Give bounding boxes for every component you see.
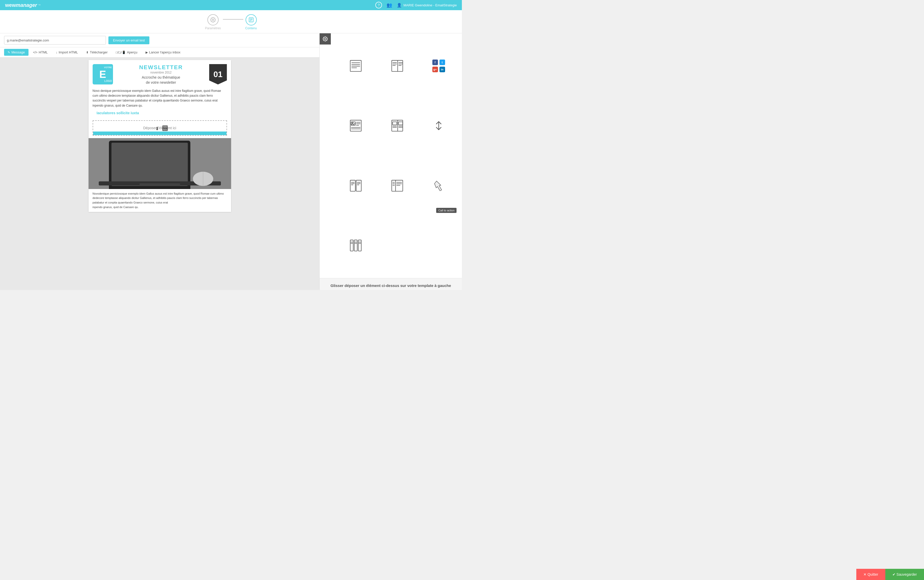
newsletter-link[interactable]: Iaculatores sollicite iuxta [89,110,231,118]
svg-rect-51 [392,180,403,191]
send-test-button[interactable]: Envoyer un email test [109,36,149,44]
download-icon: ⬇ [86,51,89,54]
expand-icon [434,120,443,131]
import-icon: ↓ [56,51,58,54]
users-icon[interactable]: 👥 [386,2,392,8]
preview-icon: □/◻/📱 [116,51,126,54]
social-row-1: f t [432,59,445,65]
test-email-input[interactable] [4,36,106,44]
two-col-text-icon [391,59,404,72]
two-col-border-icon [350,180,362,192]
drop-cursor-icon: ⬇ [155,126,159,132]
stepper-label-2: Contenu [245,26,257,30]
drop-zone[interactable]: Déposer l'élément ici ⬇ 500 521 [92,120,227,135]
element-two-col-layout[interactable] [376,96,418,156]
logo-text: wewmanager [5,2,37,8]
newsletter-date: novembre 2012 [116,71,207,74]
newsletter-footer-text: Novodenique perniciosoque exemplo idem G… [89,189,231,212]
element-text-block[interactable] [335,36,376,96]
navbar: wewmanager ™ ? 👥 👤 MARIE Gwendoline - Em… [0,0,462,10]
twitter-icon: t [439,59,445,65]
stepper: Paramètres Contenu [0,10,462,33]
logo-label-text: LOGO [104,80,112,82]
inbox-tab-label: Lancer l'aperçu inbox [149,50,180,54]
stepper-circle-2 [246,14,257,25]
main-content: Envoyer un email test ✎ Message </> HTML… [0,33,462,290]
svg-rect-7 [111,143,188,186]
navbar-icons: ? 👥 👤 MARIE Gwendoline - EmailStrategie [375,2,457,8]
editor-panel: Envoyer un email test ✎ Message </> HTML… [0,33,319,290]
social-row-2: g+ in [432,67,445,72]
logo-e-letter: E [99,69,106,80]
coords-badge: 500 521 [162,125,168,131]
newsletter-image [89,138,231,189]
user-name: MARIE Gwendoline - EmailStrategie [403,3,457,7]
newsletter-subtitle2: de votre newsletter [116,81,207,84]
svg-point-12 [325,38,326,40]
logo-tagline: ™ [38,4,41,7]
element-two-col-border[interactable] [335,156,376,216]
gear-icon [323,36,328,41]
inbox-icon: ▶ [145,51,148,54]
two-col-right-icon [391,180,404,192]
email-preview-container[interactable]: VOTRE E LOGO NEWSLETTER novembre 2012 Ac… [0,58,319,290]
drop-zone-text: Déposer l'élément ici [143,126,177,130]
tab-inbox[interactable]: ▶ Lancer l'aperçu inbox [142,49,184,56]
svg-rect-43 [350,180,355,191]
tab-preview[interactable]: □/◻/📱 Aperçu [112,49,141,56]
drop-zone-bar [93,132,226,135]
arrows-icon [434,120,443,131]
user-info: 👤 MARIE Gwendoline - EmailStrategie [397,3,457,8]
element-image-text[interactable] [335,96,376,156]
import-tab-label: Import HTML [59,50,78,54]
svg-rect-60 [354,240,357,251]
stepper-label-1: Paramètres [205,26,221,30]
email-preview: VOTRE E LOGO NEWSLETTER novembre 2012 Ac… [89,60,231,212]
laptop-svg [89,138,231,189]
svg-point-28 [352,122,353,124]
cta-tooltip: Call to action [436,208,457,213]
three-col-icon [350,239,362,252]
stepper-parametres[interactable]: Paramètres [205,14,221,30]
newsletter-header: VOTRE E LOGO NEWSLETTER novembre 2012 Ac… [89,60,231,89]
logo-votre-label: VOTRE [104,66,112,69]
svg-point-0 [212,19,214,21]
image-text-icon [350,119,362,132]
element-arrows[interactable] [418,96,459,156]
tab-html[interactable]: </> HTML [30,49,51,56]
tab-message[interactable]: ✎ Message [4,49,28,56]
newsletter-title: NEWSLETTER [116,64,207,71]
element-social[interactable]: f t g+ in [418,36,459,96]
preview-tab-label: Aperçu [127,50,137,54]
panel-gear-button[interactable] [320,33,331,44]
element-two-col-text[interactable] [376,36,418,96]
html-tab-label: HTML [39,50,48,54]
tab-download[interactable]: ⬇ Télécharger [82,49,111,56]
stepper-contenu[interactable]: Contenu [245,14,257,30]
element-cta[interactable]: Call to action [418,156,459,216]
logo-placeholder: VOTRE E LOGO [92,64,113,84]
svg-rect-44 [356,180,361,191]
svg-rect-37 [399,122,403,125]
facebook-icon: f [432,59,438,65]
test-bar: Envoyer un email test [0,33,319,47]
newsletter-title-block: NEWSLETTER novembre 2012 Accroche ou thé… [116,64,207,84]
message-tab-label: Message [12,50,25,54]
help-icon[interactable]: ? [375,2,382,8]
newsletter-link-text: Iaculatores sollicite iuxta [92,111,143,117]
drag-instruction: Glisser déposer un élément ci-dessus sur… [320,278,462,290]
cta-icon [432,180,445,192]
element-three-col[interactable] [335,216,376,276]
html-icon: </> [33,51,37,54]
logo: wewmanager ™ [5,2,41,8]
editor-toolbar: ✎ Message </> HTML ↓ Import HTML ⬇ Téléc… [0,47,319,58]
tab-import[interactable]: ↓ Import HTML [53,49,82,56]
download-tab-label: Télécharger [90,50,107,54]
element-two-col-right[interactable] [376,156,418,216]
newsletter-number: 01 [209,64,227,84]
newsletter-subtitle1: Accroche ou thématique [116,75,207,79]
svg-rect-18 [392,60,403,71]
svg-rect-9 [139,183,180,185]
stepper-circle-1 [207,14,219,25]
social-icons-group: f t g+ in [432,59,445,72]
